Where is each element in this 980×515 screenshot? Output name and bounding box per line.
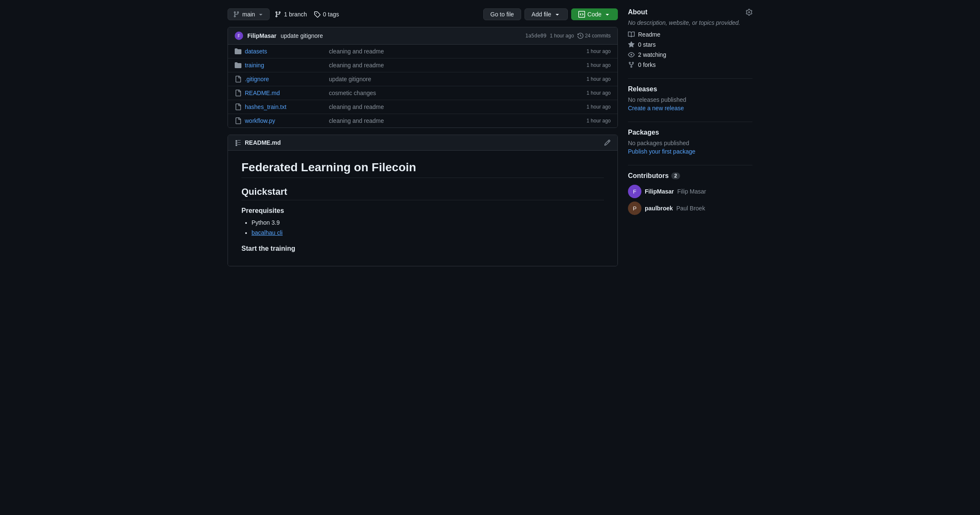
commit-hash[interactable]: 1a5de09 xyxy=(525,33,547,39)
file-row: datasets cleaning and readme 1 hour ago xyxy=(228,45,617,58)
about-title: About xyxy=(628,8,752,16)
add-file-button[interactable]: Add file xyxy=(524,8,568,20)
watching-label: 2 watching xyxy=(638,51,666,58)
eye-icon xyxy=(628,51,635,58)
releases-section: Releases No releases published Create a … xyxy=(628,85,752,111)
commit-message: update gitignore xyxy=(281,32,323,39)
file-table: F FilipMasar update gitignore 1a5de09 1 … xyxy=(228,27,618,128)
go-to-file-button[interactable]: Go to file xyxy=(483,8,521,20)
chevron-down-icon xyxy=(554,11,561,18)
forks-label: 0 forks xyxy=(638,61,656,68)
sidebar-divider-1 xyxy=(628,78,752,79)
file-name-hashes[interactable]: hashes_train.txt xyxy=(245,104,329,110)
file-commit-hashes: cleaning and readme xyxy=(329,104,587,110)
readme-filename: README.md xyxy=(245,139,281,146)
readme-link[interactable]: Readme xyxy=(628,31,752,38)
create-release-link[interactable]: Create a new release xyxy=(628,105,684,111)
readme-h3-start: Start the training xyxy=(241,245,604,252)
commits-count: 24 commits xyxy=(577,33,611,39)
commit-meta: 1a5de09 1 hour ago 24 commits xyxy=(525,33,611,39)
stars-label: 0 stars xyxy=(638,41,656,48)
branch-count-icon xyxy=(275,11,281,18)
folder-icon xyxy=(235,62,241,69)
branch-info: 1 branch 0 tags xyxy=(275,11,478,18)
contributor-avatar-filipmasar: F xyxy=(628,185,641,198)
list-icon xyxy=(235,139,241,146)
branch-count-label: 1 branch xyxy=(284,11,307,18)
commit-author-name[interactable]: FilipMasar xyxy=(247,32,276,39)
file-row: README.md cosmetic changes 1 hour ago xyxy=(228,86,617,100)
readme-header: README.md xyxy=(228,135,617,151)
gear-icon[interactable] xyxy=(746,9,752,16)
file-time-hashes: 1 hour ago xyxy=(587,104,611,110)
file-row: workflow.py cleaning and readme 1 hour a… xyxy=(228,114,617,127)
bacalhau-link[interactable]: bacalhau cli xyxy=(252,229,283,236)
about-links: Readme 0 stars 2 watching xyxy=(628,31,752,68)
readme-h1: Federated Learning on Filecoin xyxy=(241,161,604,178)
file-row: .gitignore update gitignore 1 hour ago xyxy=(228,72,617,86)
contributors-section: Contributors 2 F FilipMasar Filip Masar … xyxy=(628,172,752,215)
file-icon xyxy=(235,104,241,110)
branch-count-link[interactable]: 1 branch xyxy=(275,11,307,18)
packages-section: Packages No packages published Publish y… xyxy=(628,129,752,155)
stars-link[interactable]: 0 stars xyxy=(628,41,752,48)
tag-icon xyxy=(314,11,320,18)
file-commit-gitignore: update gitignore xyxy=(329,76,587,82)
contributor-avatar-paulbroek: P xyxy=(628,202,641,215)
code-icon xyxy=(578,11,585,18)
watching-link[interactable]: 2 watching xyxy=(628,51,752,58)
contributor-username-paulbroek: paulbroek xyxy=(645,205,673,212)
releases-none: No releases published xyxy=(628,96,752,103)
file-name-datasets[interactable]: datasets xyxy=(245,48,329,55)
fork-icon xyxy=(628,61,635,68)
readme-section: README.md Federated Learning on Filecoin… xyxy=(228,135,618,266)
file-name-workflow[interactable]: workflow.py xyxy=(245,117,329,124)
readme-label: Readme xyxy=(638,31,660,38)
contributor-item-filipmasar[interactable]: F FilipMasar Filip Masar xyxy=(628,185,752,198)
contributors-title: Contributors 2 xyxy=(628,172,752,180)
file-commit-workflow: cleaning and readme xyxy=(329,117,587,124)
file-name-gitignore[interactable]: .gitignore xyxy=(245,76,329,82)
book-icon xyxy=(628,31,635,38)
edit-readme-button[interactable] xyxy=(604,139,611,146)
list-item: Python 3.9 xyxy=(252,218,604,228)
file-time-datasets: 1 hour ago xyxy=(587,48,611,54)
forks-link[interactable]: 0 forks xyxy=(628,61,752,68)
readme-h3-prerequisites: Prerequisites xyxy=(241,207,604,215)
branch-selector[interactable]: main xyxy=(228,8,270,20)
sidebar-divider-3 xyxy=(628,165,752,165)
file-time-workflow: 1 hour ago xyxy=(587,118,611,124)
file-name-training[interactable]: training xyxy=(245,62,329,69)
packages-title: Packages xyxy=(628,129,752,136)
folder-icon xyxy=(235,48,241,55)
tags-count-label: 0 tags xyxy=(323,11,339,18)
file-icon xyxy=(235,76,241,82)
file-time-readme: 1 hour ago xyxy=(587,90,611,96)
tags-count-link[interactable]: 0 tags xyxy=(314,11,339,18)
sidebar: About No description, website, or topics… xyxy=(628,8,752,266)
commit-row: F FilipMasar update gitignore 1a5de09 1 … xyxy=(228,27,617,45)
file-time-gitignore: 1 hour ago xyxy=(587,76,611,82)
commit-time: 1 hour ago xyxy=(550,33,574,39)
contributor-fullname-paulbroek: Paul Broek xyxy=(676,205,705,212)
readme-title-row: README.md xyxy=(235,139,281,146)
publish-package-link[interactable]: Publish your first package xyxy=(628,148,695,155)
file-commit-datasets: cleaning and readme xyxy=(329,48,587,55)
file-name-readme[interactable]: README.md xyxy=(245,90,329,96)
contributor-fullname-filipmasar: Filip Masar xyxy=(677,188,706,195)
toolbar: main 1 branch 0 tags xyxy=(228,8,618,20)
contributor-username-filipmasar: FilipMasar xyxy=(645,188,674,195)
star-icon xyxy=(628,41,635,48)
contributor-item-paulbroek[interactable]: P paulbroek Paul Broek xyxy=(628,202,752,215)
code-button[interactable]: Code xyxy=(571,8,618,20)
commit-author-avatar: F xyxy=(235,32,243,40)
branch-name: main xyxy=(242,11,255,18)
main-content: main 1 branch 0 tags xyxy=(228,8,618,266)
file-commit-readme: cosmetic changes xyxy=(329,90,587,96)
chevron-down-icon xyxy=(257,11,264,18)
packages-none: No packages published xyxy=(628,140,752,146)
readme-h2-quickstart: Quickstart xyxy=(241,186,604,200)
file-row: hashes_train.txt cleaning and readme 1 h… xyxy=(228,100,617,114)
list-item-text: Python 3.9 xyxy=(252,219,280,226)
about-desc: No description, website, or topics provi… xyxy=(628,19,752,26)
